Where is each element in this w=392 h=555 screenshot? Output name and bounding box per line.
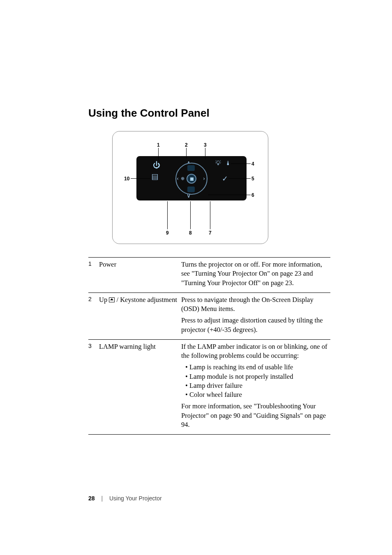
down-chevron-icon: ∨ [187,192,191,199]
row-label: LAMP warning light [99,339,181,434]
row-text: Turns the projector on or off. For more … [181,260,328,288]
section-heading: Using the Control Panel [88,107,330,120]
right-chevron-icon: › [203,175,205,182]
row-number: 2 [88,292,99,339]
control-panel-figure: ⏻ ∧ 💡︎ 🌡︎ ‹ ⊕ › ∨ [112,131,268,244]
square-a-icon [187,165,195,171]
square-b-icon [187,187,195,192]
row-label: Power [99,258,181,293]
callout-7: 7 [209,230,212,236]
row-label-post: / Keystone adjustment [115,296,177,304]
control-panel-figure-container: ⏻ ∧ 💡︎ 🌡︎ ‹ ⊕ › ∨ [112,131,330,244]
row-number: 3 [88,339,99,434]
callout-line [231,164,251,164]
row-text: For more information, see "Troubleshooti… [181,402,328,429]
callout-3: 3 [204,142,207,148]
table-row: 2 Up / Keystone adjustment Press to navi… [88,292,330,339]
bullet-list: Lamp is reaching its end of usable life … [181,363,328,399]
check-icon: ✓ [222,174,228,183]
callout-10: 10 [124,176,129,182]
callout-line [158,148,159,160]
callout-line [186,148,187,159]
page-footer: 28 | Using Your Projector [88,495,162,502]
callout-line [208,195,251,195]
page-number: 28 [88,495,95,502]
controls-table: 1 Power Turns the projector on or off. F… [88,257,330,435]
callout-5: 5 [251,176,254,182]
row-text: If the LAMP amber indicator is on or bli… [181,342,328,361]
row-text: Press to navigate through the On-Screen … [181,295,328,314]
row-label-pre: Up [99,296,109,304]
nav-center-dot-icon [190,177,194,181]
callout-8: 8 [189,230,192,236]
callout-line [131,178,150,179]
row-number: 1 [88,258,99,293]
bullet-item: Color wheel failure [185,390,328,399]
callout-line [228,178,251,179]
bullet-item: Lamp is reaching its end of usable life [185,363,328,372]
power-icon: ⏻ [153,161,160,170]
table-row: 1 Power Turns the projector on or off. F… [88,258,330,293]
temp-icon: 🌡︎ [225,160,231,167]
callout-1: 1 [157,142,160,148]
callout-2: 2 [185,142,188,148]
row-text: Press to adjust image distortion caused … [181,316,328,334]
row-description: Turns the projector on or off. For more … [181,258,330,293]
callout-line [205,148,205,159]
footer-section-title: Using Your Projector [109,495,162,502]
footer-separator: | [101,495,103,502]
callout-line [167,201,168,229]
keystone-up-icon [109,297,115,302]
row-description: If the LAMP amber indicator is on or bli… [181,339,330,434]
callout-4: 4 [251,161,254,167]
callout-line [210,201,210,229]
nav-center-icon [187,174,196,184]
row-description: Press to navigate through the On-Screen … [181,292,330,339]
callout-6: 6 [251,192,254,198]
lamp-icon: 💡︎ [215,160,221,167]
menu-icon [152,174,158,180]
callout-9: 9 [166,230,169,236]
bullet-item: Lamp module is not properly installed [185,372,328,381]
bullet-item: Lamp driver failure [185,381,328,390]
left-chevron-icon: ‹ [177,175,179,182]
table-row: 3 LAMP warning light If the LAMP amber i… [88,339,330,434]
callout-line [190,201,191,229]
plus-label-icon: ⊕ [181,176,184,181]
row-label: Up / Keystone adjustment [99,292,181,339]
